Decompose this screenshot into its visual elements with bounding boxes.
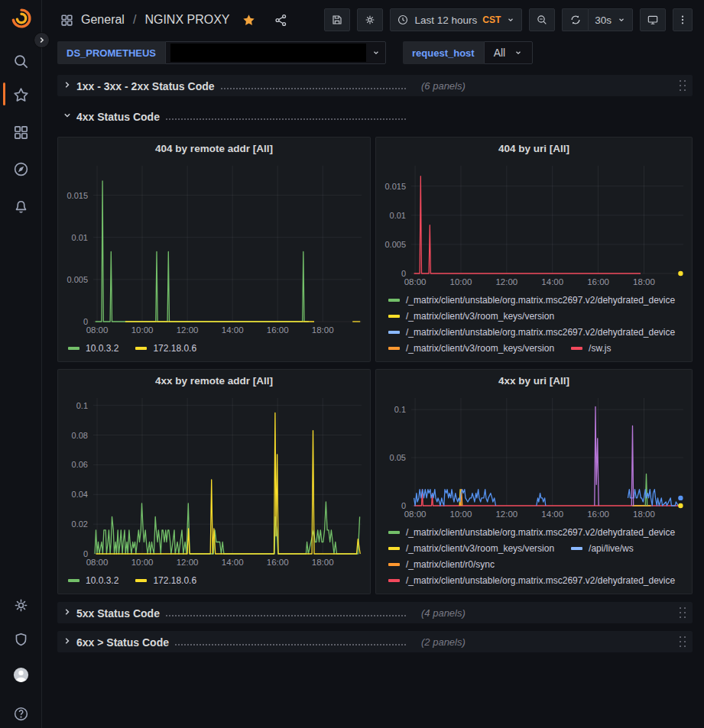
shield-icon (12, 631, 30, 649)
svg-text:18:00: 18:00 (312, 558, 334, 567)
svg-text:10:00: 10:00 (450, 277, 472, 286)
row-6xx-status-code[interactable]: 6xx > Status Code (2 panels) (57, 631, 693, 652)
row-drag-handle[interactable] (677, 77, 686, 94)
svg-text:14:00: 14:00 (222, 325, 244, 335)
chevron-down-icon (506, 15, 515, 24)
legend-item[interactable]: 172.18.0.6 (135, 575, 196, 586)
panel-title[interactable]: 4xx by uri [All] (376, 370, 692, 393)
legend-row: /_matrix/client/v3/room_keys/version (388, 308, 686, 324)
sidebar-item-help[interactable] (0, 703, 42, 724)
svg-text:08:00: 08:00 (404, 277, 427, 286)
grafana-logo[interactable] (9, 6, 34, 31)
sidebar-item-explore[interactable] (0, 158, 42, 180)
chart-404-by-uri[interactable]: 00.0050.010.01508:0010:0012:0014:0016:00… (376, 160, 692, 289)
refresh-button[interactable] (562, 8, 588, 31)
legend-item[interactable]: /_matrix/client/v3/room_keys/version (388, 543, 554, 554)
svg-text:18:00: 18:00 (312, 325, 334, 335)
variable-select-ds[interactable] (165, 41, 386, 64)
row-panel-count: (4 panels) (421, 607, 466, 619)
legend-item[interactable]: /_matrix/client/v3/room_keys/version (388, 311, 554, 322)
legend-item[interactable]: /_matrix/client/unstable/org.matrix.msc2… (388, 527, 675, 538)
sidebar-expand-button[interactable] (34, 32, 50, 48)
row-drag-handle[interactable] (677, 633, 686, 650)
legend-item[interactable]: /api/live/ws (571, 543, 634, 554)
zoom-out-button[interactable] (529, 8, 555, 31)
panel-404-by-remote-addr: 404 by remote addr [All] 00.0050.010.015… (57, 137, 371, 362)
legend-swatch (388, 315, 400, 318)
variable-select-request-host[interactable]: All (484, 41, 534, 64)
dashboard-settings-button[interactable] (357, 8, 383, 31)
panel-legend: 10.0.3.2172.18.0.6 (58, 569, 370, 588)
panel-4xx-by-remote-addr: 4xx by remote addr [All] 00.020.040.060.… (57, 369, 371, 594)
sidebar-item-dashboards[interactable] (0, 121, 42, 143)
legend-item[interactable]: 172.18.0.6 (135, 343, 196, 354)
save-dashboard-button[interactable] (324, 8, 350, 31)
row-5xx-status-code[interactable]: 5xx Status Code (4 panels) (57, 602, 693, 623)
svg-text:18:00: 18:00 (633, 510, 655, 519)
row-drag-handle[interactable] (677, 604, 686, 621)
svg-text:0.015: 0.015 (67, 191, 88, 200)
chevron-down-icon (371, 48, 381, 57)
legend-item[interactable]: /_matrix/client/unstable/org.matrix.msc2… (388, 575, 675, 586)
sidebar-item-search[interactable] (0, 50, 42, 72)
svg-text:16:00: 16:00 (587, 277, 609, 286)
row-title: 4xx Status Code (76, 111, 160, 123)
panel-title[interactable]: 404 by uri [All] (376, 138, 692, 160)
chart-4xx-by-remote-addr[interactable]: 00.020.040.060.080.108:0010:0012:0014:00… (58, 393, 370, 569)
legend-swatch (388, 547, 400, 550)
refresh-interval-select[interactable]: 30s (588, 8, 633, 31)
panel-4xx-by-uri: 4xx by uri [All] 00.050.108:0010:0012:00… (375, 369, 693, 594)
dotted-leader (166, 118, 406, 120)
row-1xx-3xx-2xx-status-code[interactable]: 1xx - 3xx - 2xx Status Code (6 panels) (57, 75, 693, 96)
variable-label-request-host[interactable]: request_host (403, 41, 484, 64)
svg-text:0.06: 0.06 (72, 460, 88, 469)
share-icon[interactable] (274, 13, 288, 28)
svg-text:08:00: 08:00 (86, 325, 109, 335)
legend-swatch (571, 347, 582, 350)
variable-value: All (494, 47, 506, 59)
time-range-picker[interactable]: Last 12 hours CST (390, 8, 522, 31)
sidebar-item-security[interactable] (0, 629, 42, 650)
legend-label: /_matrix/client/unstable/org.matrix.msc2… (406, 295, 675, 306)
favorite-star-icon[interactable] (242, 13, 256, 28)
clock-icon (397, 14, 409, 26)
chart-4xx-by-uri[interactable]: 00.050.108:0010:0012:0014:0016:0018:00 (376, 393, 692, 521)
breadcrumb-section[interactable]: General (81, 13, 125, 27)
sidebar-item-alerting[interactable] (0, 196, 42, 217)
sidebar-item-settings[interactable] (0, 594, 42, 616)
svg-text:10:00: 10:00 (131, 325, 154, 335)
chart-404-by-remote-addr[interactable]: 00.0050.010.01508:0010:0012:0014:0016:00… (58, 160, 370, 337)
legend-item[interactable]: 10.0.3.2 (68, 343, 118, 354)
kebab-menu-button[interactable] (673, 8, 693, 31)
panel-title[interactable]: 4xx by remote addr [All] (58, 370, 370, 393)
legend-item[interactable]: 10.0.3.2 (68, 575, 118, 586)
legend-item[interactable]: /_matrix/client/unstable/org.matrix.msc2… (388, 327, 675, 338)
row-4xx-status-code[interactable]: 4xx Status Code (57, 105, 693, 127)
legend-label: /_matrix/client/v3/room_keys/version (406, 311, 554, 322)
panel-legend: 10.0.3.2172.18.0.6 (58, 337, 370, 356)
dotted-leader (175, 644, 406, 645)
legend-swatch (388, 531, 400, 534)
legend-item[interactable]: /sw.js (571, 343, 611, 354)
svg-text:18:00: 18:00 (633, 277, 655, 286)
legend-row: 10.0.3.2172.18.0.6 (68, 340, 364, 356)
legend-item[interactable]: /_matrix/client/unstable/org.matrix.msc2… (388, 295, 675, 306)
legend-label: /_matrix/client/r0/sync (406, 559, 495, 570)
legend-row: /_matrix/client/unstable/org.matrix.msc2… (388, 292, 686, 308)
legend-swatch (68, 347, 79, 350)
breadcrumb: General / NGINX PROXY (60, 13, 288, 28)
panel-title[interactable]: 404 by remote addr [All] (58, 138, 370, 160)
legend-label: 10.0.3.2 (86, 343, 118, 354)
legend-swatch (388, 299, 400, 302)
redacted-value (170, 44, 366, 62)
svg-text:0.005: 0.005 (67, 275, 88, 284)
legend-item[interactable]: /_matrix/client/v3/room_keys/version (388, 343, 554, 354)
tv-mode-button[interactable] (640, 8, 666, 31)
chevron-down-icon (514, 48, 523, 57)
refresh-icon (569, 14, 582, 26)
legend-item[interactable]: /_matrix/client/r0/sync (388, 559, 495, 570)
sidebar-item-starred[interactable] (0, 84, 42, 105)
page-title[interactable]: NGINX PROXY (144, 13, 229, 27)
sidebar-item-profile[interactable] (0, 664, 42, 685)
variable-label-ds[interactable]: DS_PROMETHEUS (57, 41, 165, 64)
